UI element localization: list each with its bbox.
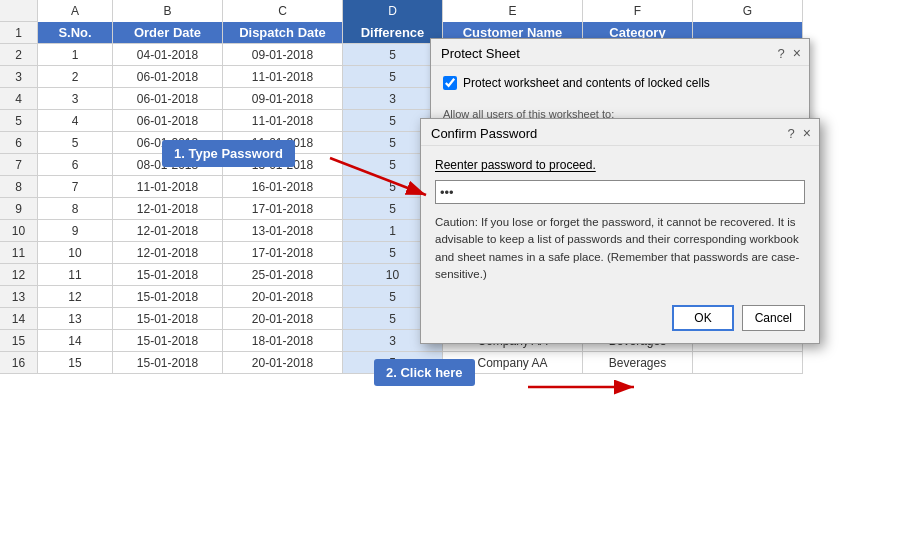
col-header-a: A [38, 0, 113, 22]
password-input-wrap [435, 180, 805, 204]
corner-cell [0, 0, 38, 22]
row-numbers: 1 2 3 4 5 6 7 8 9 10 11 12 13 14 15 16 [0, 22, 38, 374]
confirm-password-footer: OK Cancel [421, 301, 819, 343]
caution-text: Caution: If you lose or forget the passw… [435, 214, 805, 283]
protect-sheet-title: Protect Sheet [441, 46, 520, 61]
spreadsheet: A B C D E F G 1 2 3 4 5 6 7 8 9 10 11 12… [0, 0, 901, 557]
confirm-cancel-btn[interactable]: Cancel [742, 305, 805, 331]
confirm-password-input[interactable] [435, 180, 805, 204]
protect-sheet-controls: ? × [778, 45, 801, 61]
confirm-password-titlebar: Confirm Password ? × [421, 119, 819, 146]
header-dispatch-date: Dispatch Date [223, 22, 343, 44]
protect-sheet-help-btn[interactable]: ? [778, 46, 785, 61]
protect-sheet-close-btn[interactable]: × [793, 45, 801, 61]
callout-type-password: 1. Type Password [162, 140, 295, 167]
callout-click-here: 2. Click here [374, 359, 475, 386]
reenter-label: Reenter password to proceed. [435, 158, 805, 172]
col-header-d: D [343, 0, 443, 22]
confirm-help-btn[interactable]: ? [788, 126, 795, 141]
callout-type-password-label: 1. Type Password [174, 146, 283, 161]
protect-worksheet-label: Protect worksheet and contents of locked… [463, 76, 710, 90]
confirm-ok-btn[interactable]: OK [672, 305, 733, 331]
confirm-password-body: Reenter password to proceed. Caution: If… [421, 146, 819, 301]
protect-worksheet-row: Protect worksheet and contents of locked… [443, 76, 797, 90]
header-difference: Difference [343, 22, 443, 44]
protect-worksheet-checkbox[interactable] [443, 76, 457, 90]
col-header-g: G [693, 0, 803, 22]
confirm-password-controls: ? × [788, 125, 811, 141]
confirm-password-title: Confirm Password [431, 126, 537, 141]
header-order-date: Order Date [113, 22, 223, 44]
callout-click-here-label: 2. Click here [386, 365, 463, 380]
col-header-e: E [443, 0, 583, 22]
protect-sheet-titlebar: Protect Sheet ? × [431, 39, 809, 66]
col-header-b: B [113, 0, 223, 22]
confirm-password-dialog: Confirm Password ? × Reenter password to… [420, 118, 820, 344]
protect-sheet-body: Protect worksheet and contents of locked… [431, 66, 809, 108]
col-header-c: C [223, 0, 343, 22]
confirm-close-btn[interactable]: × [803, 125, 811, 141]
header-sno: S.No. [38, 22, 113, 44]
col-header-f: F [583, 0, 693, 22]
